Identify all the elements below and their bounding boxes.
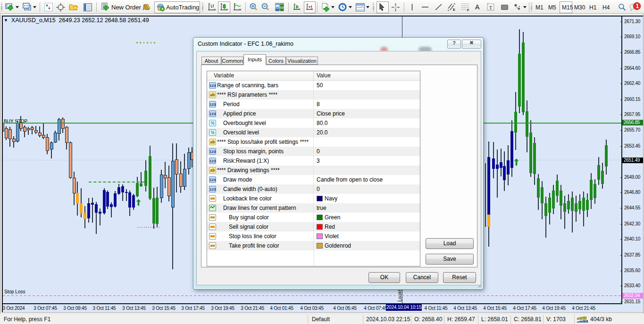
svg-text:F: F [467, 8, 469, 12]
svg-text:E: E [453, 8, 455, 11]
svg-text:T: T [489, 5, 493, 10]
svg-text:1: 1 [636, 3, 639, 9]
